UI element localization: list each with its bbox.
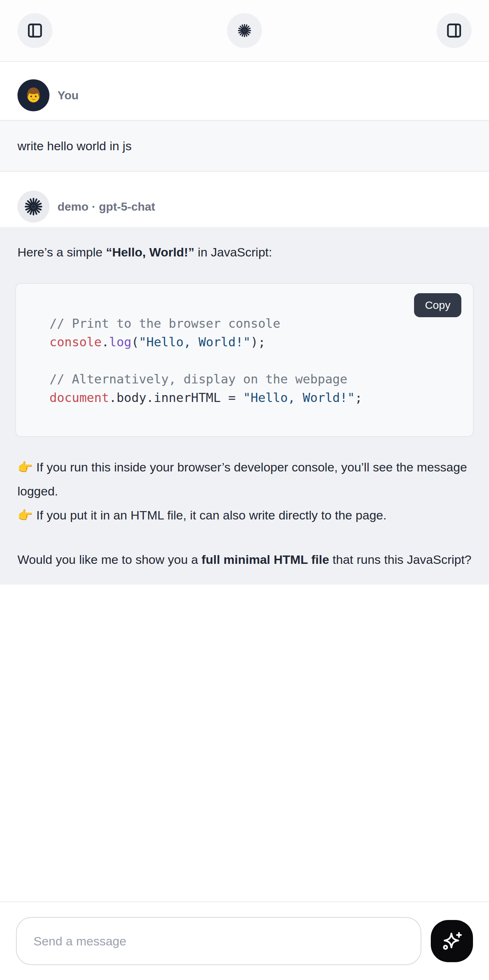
user-message-text: write hello world in js	[18, 134, 471, 158]
user-author-label: You	[57, 89, 79, 102]
starburst-icon	[23, 196, 44, 217]
right-panel-toggle-button[interactable]	[436, 13, 471, 48]
panel-right-icon	[446, 22, 462, 39]
assistant-tips-text: 👉 If you run this inside your browser’s …	[0, 455, 489, 527]
top-toolbar	[0, 0, 489, 62]
chat-app: { "topbar": { "left_icon": "panel-left-i…	[0, 0, 489, 980]
user-avatar	[18, 79, 49, 111]
message-input[interactable]	[16, 917, 421, 965]
composer-bar	[0, 901, 489, 980]
assistant-message-bubble: Here’s a simple “Hello, World!” in JavaS…	[0, 227, 489, 585]
assistant-intro-text: Here’s a simple “Hello, World!” in JavaS…	[0, 240, 489, 264]
copy-code-button[interactable]: Copy	[414, 293, 461, 317]
person-emoji	[23, 85, 44, 105]
chat-scroll-area: You write hello world in js	[0, 62, 489, 901]
send-button[interactable]	[431, 920, 473, 962]
starburst-icon	[237, 23, 252, 38]
user-message-header: You	[0, 62, 489, 120]
brand-starburst-button[interactable]	[227, 13, 262, 48]
user-message-bubble: write hello world in js	[0, 120, 489, 172]
assistant-question-text: Would you like me to show you a full min…	[0, 547, 489, 571]
sidebar-toggle-button[interactable]	[18, 13, 53, 48]
assistant-message-header: demo · gpt-5-chat	[0, 172, 489, 227]
empty-chat-space	[0, 585, 489, 901]
code-content: // Print to the browser consoleconsole.l…	[16, 284, 473, 436]
panel-left-icon	[27, 22, 43, 39]
code-block: Copy // Print to the browser consolecons…	[15, 283, 474, 437]
sparkles-icon	[440, 929, 464, 953]
assistant-author-label: demo · gpt-5-chat	[57, 200, 155, 213]
assistant-avatar	[18, 191, 49, 223]
